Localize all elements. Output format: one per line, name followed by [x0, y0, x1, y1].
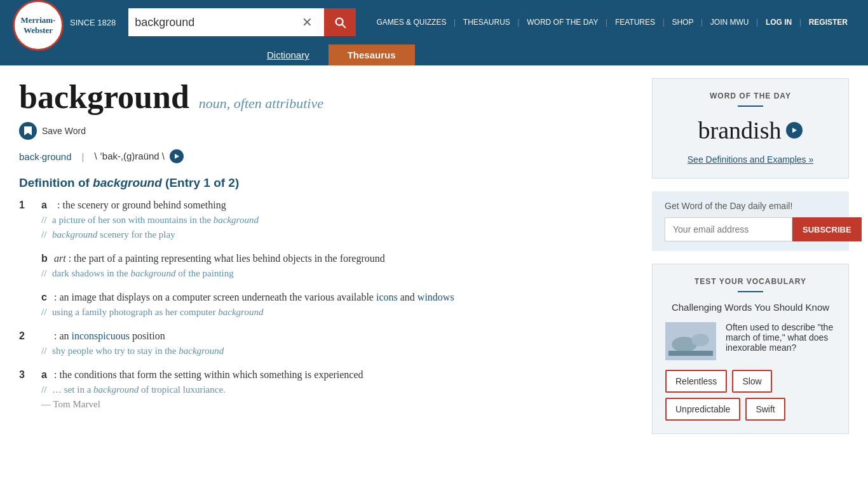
- sense-num-2: 2: [19, 330, 32, 342]
- nav-login[interactable]: LOG IN: [758, 18, 799, 27]
- logo-area: Merriam-Webster SINCE 1828: [13, 0, 116, 51]
- vocab-image: [665, 322, 716, 360]
- email-box: Get Word of the Day daily email! SUBSCRI…: [652, 191, 849, 251]
- example-2-1: // shy people who try to stay in the bac…: [41, 346, 633, 356]
- svg-rect-5: [668, 351, 713, 356]
- search-button[interactable]: [324, 8, 356, 36]
- logo-text: Merriam-Webster: [21, 15, 56, 35]
- save-word-area[interactable]: Save Word: [19, 122, 633, 140]
- link-windows[interactable]: windows: [417, 292, 454, 302]
- sense-1a: 1 a : the scenery or ground behind somet…: [19, 200, 633, 240]
- nav-shop[interactable]: SHOP: [664, 18, 701, 27]
- vocab-question: Often used to describe "the march of tim…: [726, 322, 836, 353]
- example-1a-1: // a picture of her son with mountains i…: [41, 215, 633, 226]
- vocab-choice-1[interactable]: Slow: [732, 370, 771, 393]
- svg-point-4: [691, 334, 709, 346]
- svg-marker-0: [175, 154, 179, 159]
- sense-2: 2 : an inconspicuous position // shy peo…: [19, 330, 633, 356]
- link-inconspicuous[interactable]: inconspicuous: [72, 330, 130, 341]
- save-label: Save Word: [42, 126, 86, 136]
- sense-3a: 3 a : the conditions that form the setti…: [19, 369, 633, 410]
- main-content: background noun, often attributive Save …: [0, 65, 868, 459]
- def-text-3a: : the conditions that form the setting w…: [54, 369, 633, 381]
- nav-wotd[interactable]: WORD OF THE DAY: [519, 18, 606, 27]
- vocab-choice-3[interactable]: Swift: [745, 398, 785, 421]
- def-row-1c: c : an image that displays on a computer…: [19, 292, 633, 303]
- subscribe-button[interactable]: SUBSCRIBE: [792, 217, 862, 241]
- def-text-1b: art : the part of a painting representin…: [54, 253, 633, 264]
- def-text-2: : an inconspicuous position: [54, 330, 633, 342]
- logo[interactable]: Merriam-Webster: [13, 0, 64, 51]
- vocab-choice-2[interactable]: Unpredictable: [665, 398, 740, 421]
- sidebar: WORD OF THE DAY brandish See Definitions…: [652, 78, 849, 447]
- pronunciation-audio-button[interactable]: [170, 149, 184, 163]
- sense-letter-a: a: [41, 200, 54, 211]
- main-word: background: [19, 78, 189, 116]
- top-nav: GAMES & QUIZZES | THESAURUS | WORD OF TH…: [369, 18, 855, 27]
- sense-letter-a3: a: [41, 369, 54, 381]
- wotd-word-text: brandish: [698, 116, 782, 144]
- search-icon: [333, 15, 347, 29]
- wotd-definitions-link[interactable]: See Definitions and Examples »: [688, 154, 813, 165]
- vocab-title: TEST YOUR VOCABULARY: [665, 277, 836, 286]
- email-row: SUBSCRIBE: [665, 217, 836, 241]
- wotd-title: WORD OF THE DAY: [665, 92, 836, 100]
- sense-1c: c : an image that displays on a computer…: [19, 292, 633, 318]
- wotd-word: brandish: [665, 116, 836, 144]
- sense-1b: b art : the part of a painting represent…: [19, 253, 633, 279]
- nav-thesaurus[interactable]: THESAURUS: [456, 18, 518, 27]
- example-1c-1: // using a family photograph as her comp…: [41, 307, 633, 318]
- sense-num-1: 1: [19, 200, 32, 211]
- pron-hyphenated: back·ground: [19, 151, 72, 162]
- def-text-1c: : an image that displays on a computer s…: [54, 292, 633, 303]
- def-row-3a: 3 a : the conditions that form the setti…: [19, 369, 633, 381]
- pronunciation: back·ground | \ ˈbak-ˌ(g)raünd \: [19, 149, 633, 163]
- vocab-desc: Challenging Words You Should Know: [665, 302, 836, 313]
- vocab-box: TEST YOUR VOCABULARY Challenging Words Y…: [652, 264, 849, 434]
- def-text-1a: : the scenery or ground behind something: [54, 200, 633, 211]
- sense-letter-b: b: [41, 253, 54, 264]
- word-header: background noun, often attributive: [19, 78, 633, 116]
- vocab-divider: [738, 291, 763, 292]
- wotd-divider: [738, 105, 763, 107]
- nav-features[interactable]: FEATURES: [607, 18, 663, 27]
- definition-header: Definition of background (Entry 1 of 2): [19, 176, 633, 190]
- sense-letter-c: c: [41, 292, 54, 303]
- wotd-box: WORD OF THE DAY brandish See Definitions…: [652, 78, 849, 179]
- email-input[interactable]: [665, 217, 792, 241]
- vocab-choices: Relentless Slow Unpredictable Swift: [665, 370, 836, 421]
- bookmark-icon: [19, 122, 37, 140]
- tab-bar: Dictionary Thesaurus: [0, 44, 868, 65]
- example-3a-attribution: — Tom Marvel: [41, 399, 633, 410]
- def-row-1b: b art : the part of a painting represent…: [19, 253, 633, 264]
- vocab-image-svg: [665, 322, 716, 360]
- nav-games[interactable]: GAMES & QUIZZES: [369, 18, 454, 27]
- example-1b-1: // dark shadows in the background of the…: [41, 268, 633, 279]
- definition-content: background noun, often attributive Save …: [19, 78, 652, 447]
- search-clear-button[interactable]: ✕: [297, 15, 318, 30]
- wotd-audio-button[interactable]: [786, 122, 803, 139]
- search-area: ✕: [128, 8, 356, 36]
- search-box: ✕: [128, 8, 324, 36]
- since-text: SINCE 1828: [70, 18, 116, 27]
- tab-dictionary[interactable]: Dictionary: [248, 44, 329, 65]
- svg-marker-1: [792, 128, 797, 133]
- nav-join[interactable]: JOIN MWU: [703, 18, 757, 27]
- example-3a-1: // … set in a background of tropical lux…: [41, 384, 633, 395]
- pron-phonetic: \ ˈbak-ˌ(g)raünd \: [94, 151, 165, 162]
- example-1a-2: // background scenery for the play: [41, 229, 633, 240]
- site-header: Merriam-Webster SINCE 1828 ✕ GAMES & QUI…: [0, 0, 868, 44]
- tab-thesaurus[interactable]: Thesaurus: [329, 44, 415, 65]
- sense-num-3: 3: [19, 369, 32, 381]
- link-icons[interactable]: icons: [376, 292, 398, 302]
- word-type: noun, often attributive: [199, 95, 323, 112]
- def-row-1a: 1 a : the scenery or ground behind somet…: [19, 200, 633, 211]
- vocab-img-row: Often used to describe "the march of tim…: [665, 322, 836, 360]
- email-label: Get Word of the Day daily email!: [665, 201, 836, 211]
- definition-word-italic: background: [93, 176, 162, 189]
- nav-register[interactable]: REGISTER: [801, 18, 855, 27]
- pron-separator: |: [82, 151, 85, 162]
- vocab-choice-0[interactable]: Relentless: [665, 370, 727, 393]
- def-row-2: 2 : an inconspicuous position: [19, 330, 633, 342]
- search-input[interactable]: [135, 16, 297, 29]
